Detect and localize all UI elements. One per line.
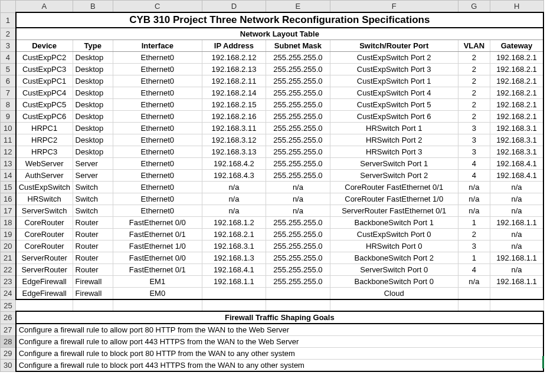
row-header-11[interactable]: 11	[1, 134, 16, 146]
cell-type[interactable]: Desktop	[73, 52, 113, 64]
col-header-G[interactable]: G	[458, 1, 490, 13]
cell-mask[interactable]: 255.255.255.0	[266, 264, 330, 276]
cell-ip[interactable]: 192.168.1.1	[202, 276, 266, 288]
cell-type[interactable]: Desktop	[73, 134, 113, 146]
cell-gateway[interactable]: n/a	[490, 229, 543, 241]
cell-ip[interactable]	[202, 288, 266, 300]
cell-type[interactable]: Switch	[73, 205, 113, 217]
cell-type[interactable]: Switch	[73, 182, 113, 193]
hdr-mask[interactable]: Subnet Mask	[266, 40, 330, 52]
cell-ip[interactable]: 192.168.3.12	[202, 134, 266, 146]
row-header-28[interactable]: 28	[1, 336, 16, 348]
cell-mask[interactable]: 255.255.255.0	[266, 87, 330, 99]
row-header-9[interactable]: 9	[1, 111, 16, 123]
firewall-goal-1[interactable]: Configure a firewall rule to allow port …	[16, 324, 543, 336]
cell-vlan[interactable]: 3	[458, 134, 490, 146]
cell-vlan[interactable]: 1	[458, 217, 490, 229]
cell-device[interactable]: HRPC1	[16, 123, 73, 134]
cell-type[interactable]: Desktop	[73, 87, 113, 99]
cell-port[interactable]: BackboneSwitch Port 0	[330, 276, 458, 288]
row-header-19[interactable]: 19	[1, 229, 16, 241]
col-header-D[interactable]: D	[202, 1, 266, 13]
cell-interface[interactable]: Ethernet0	[113, 134, 202, 146]
cell-type[interactable]: Server	[73, 158, 113, 170]
cell-ip[interactable]: n/a	[202, 182, 266, 193]
cell-gateway[interactable]: 192.168.1.1	[490, 252, 543, 264]
col-header-F[interactable]: F	[330, 1, 458, 13]
row-header-3[interactable]: 3	[1, 40, 16, 52]
cell-type[interactable]: Router	[73, 241, 113, 252]
cell-device[interactable]: CustExpSwitch	[16, 182, 73, 193]
cell-port[interactable]: CustExpSwitch Port 3	[330, 64, 458, 75]
cell-gateway[interactable]: 192.168.3.1	[490, 146, 543, 158]
cell-port[interactable]: ServerRouter FastEthernet 0/1	[330, 205, 458, 217]
cell-mask[interactable]: 255.255.255.0	[266, 241, 330, 252]
cell-device[interactable]: CustExpPC6	[16, 111, 73, 123]
row-header-26[interactable]: 26	[1, 311, 16, 324]
cell-device[interactable]: HRSwitch	[16, 193, 73, 205]
row-header-22[interactable]: 22	[1, 264, 16, 276]
spreadsheet-grid[interactable]: A B C D E F G H 1 CYB 310 Project Three …	[0, 0, 544, 372]
cell-port[interactable]: CustExpSwitch Port 1	[330, 75, 458, 87]
cell-gateway[interactable]: n/a	[490, 205, 543, 217]
cell-port[interactable]: BackboneSwitch Port 1	[330, 217, 458, 229]
cell-mask[interactable]: 255.255.255.0	[266, 146, 330, 158]
cell[interactable]	[458, 299, 490, 311]
cell-vlan[interactable]: 4	[458, 264, 490, 276]
cell-gateway[interactable]: 192.168.2.1	[490, 99, 543, 111]
cell-port[interactable]: ServerSwitch Port 0	[330, 264, 458, 276]
cell-mask[interactable]: 255.255.255.0	[266, 99, 330, 111]
cell-gateway[interactable]: 192.168.4.1	[490, 158, 543, 170]
cell-ip[interactable]: 192.168.4.1	[202, 264, 266, 276]
cell-interface[interactable]: Ethernet0	[113, 182, 202, 193]
cell-mask[interactable]: 255.255.255.0	[266, 252, 330, 264]
document-title[interactable]: CYB 310 Project Three Network Reconfigur…	[16, 12, 543, 28]
cell-type[interactable]: Desktop	[73, 146, 113, 158]
cell-device[interactable]: ServerRouter	[16, 252, 73, 264]
cell-interface[interactable]: Ethernet0	[113, 87, 202, 99]
row-header-25[interactable]: 25	[1, 299, 16, 311]
cell-mask[interactable]: 255.255.255.0	[266, 134, 330, 146]
firewall-section-title[interactable]: Firewall Traffic Shaping Goals	[16, 311, 543, 324]
cell-port[interactable]: CustExpSwitch Port 6	[330, 111, 458, 123]
cell-type[interactable]: Router	[73, 229, 113, 241]
cell-interface[interactable]: FastEthernet 0/1	[113, 229, 202, 241]
firewall-goal-3[interactable]: Configure a firewall rule to block port …	[16, 348, 543, 360]
cell-gateway[interactable]: 192.168.4.1	[490, 170, 543, 182]
cell-port[interactable]: HRSwitch Port 2	[330, 134, 458, 146]
cell-gateway[interactable]: 192.168.2.1	[490, 87, 543, 99]
row-header-20[interactable]: 20	[1, 241, 16, 252]
cell-vlan[interactable]	[458, 288, 490, 300]
cell-device[interactable]: CustExpPC4	[16, 87, 73, 99]
firewall-goal-2[interactable]: Configure a firewall rule to allow port …	[16, 336, 543, 348]
cell-vlan[interactable]: n/a	[458, 182, 490, 193]
cell-type[interactable]: Desktop	[73, 64, 113, 75]
cell-ip[interactable]: 192.168.3.1	[202, 241, 266, 252]
row-header-27[interactable]: 27	[1, 324, 16, 336]
cell-interface[interactable]: FastEthernet 0/0	[113, 252, 202, 264]
cell-gateway[interactable]: n/a	[490, 182, 543, 193]
cell-gateway[interactable]: 192.168.2.1	[490, 111, 543, 123]
cell-mask[interactable]: 255.255.255.0	[266, 123, 330, 134]
row-header-29[interactable]: 29	[1, 348, 16, 360]
cell-interface[interactable]: Ethernet0	[113, 146, 202, 158]
row-header-4[interactable]: 4	[1, 52, 16, 64]
cell-ip[interactable]: 192.168.2.13	[202, 64, 266, 75]
cell-vlan[interactable]: 2	[458, 111, 490, 123]
cell-vlan[interactable]: n/a	[458, 276, 490, 288]
cell-vlan[interactable]: 2	[458, 229, 490, 241]
cell-port[interactable]: ServerSwitch Port 2	[330, 170, 458, 182]
cell-type[interactable]: Router	[73, 264, 113, 276]
row-header-1[interactable]: 1	[1, 12, 16, 28]
cell-ip[interactable]: 192.168.3.11	[202, 123, 266, 134]
cell-type[interactable]: Router	[73, 252, 113, 264]
hdr-ip[interactable]: IP Address	[202, 40, 266, 52]
cell-type[interactable]: Router	[73, 217, 113, 229]
cell-vlan[interactable]: 2	[458, 52, 490, 64]
cell-gateway[interactable]: 192.168.1.1	[490, 276, 543, 288]
cell-vlan[interactable]: 4	[458, 158, 490, 170]
cell-mask[interactable]: 255.255.255.0	[266, 217, 330, 229]
cell-device[interactable]: HRPC3	[16, 146, 73, 158]
row-header-6[interactable]: 6	[1, 75, 16, 87]
cell-vlan[interactable]: 3	[458, 146, 490, 158]
